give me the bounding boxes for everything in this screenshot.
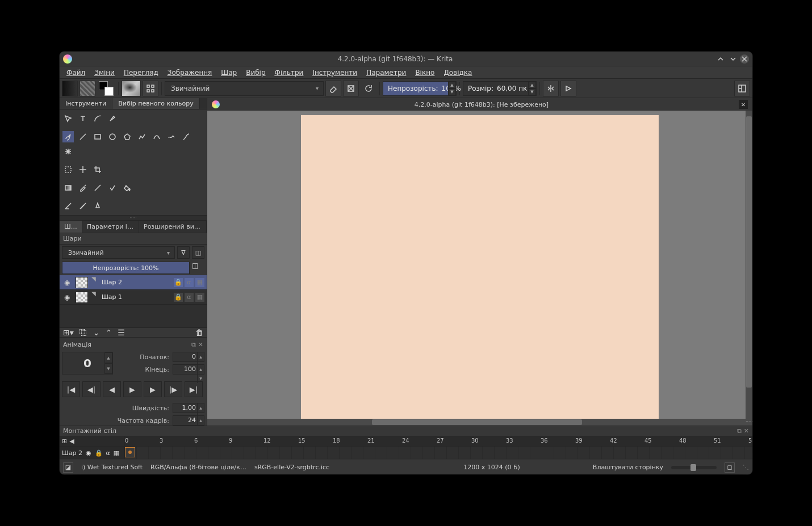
subtab-layers-short[interactable]: Ша… (60, 221, 82, 233)
selection-mode-icon[interactable]: ◪ (63, 462, 73, 473)
dock-resize-handle[interactable]: ····· (60, 215, 207, 221)
anim-close-icon[interactable]: ✕ (198, 341, 203, 348)
tool-color-picker[interactable] (77, 182, 89, 193)
tool-freehand-path[interactable] (166, 131, 177, 142)
track-onion-icon[interactable]: ▦ (114, 449, 119, 457)
vertical-scrollbar[interactable] (746, 111, 752, 419)
layer-row[interactable]: ◉ ◥ Шар 1 🔒 α ▦ (60, 290, 207, 305)
menu-image[interactable]: Зображення (163, 68, 217, 78)
subtab-advanced-color[interactable]: Розширений вибір ко… (139, 221, 207, 233)
tool-reference[interactable] (92, 200, 103, 212)
menu-tools[interactable]: Інструменти (308, 68, 362, 78)
alpha-icon[interactable]: α (185, 293, 194, 302)
tool-text[interactable] (77, 113, 89, 124)
color-swatch[interactable] (98, 81, 114, 96)
timeline-ruler[interactable]: ⊞ ◀ 0369121518212427303336394245485154 (60, 436, 752, 447)
track-alpha-icon[interactable]: α (106, 449, 110, 457)
move-layer-up-button[interactable]: ⌃ (106, 328, 112, 337)
lock-icon[interactable]: 🔒 (174, 278, 183, 287)
tool-bezier[interactable] (151, 131, 162, 142)
alpha-icon[interactable]: α (185, 278, 194, 287)
alpha-lock-button[interactable] (343, 81, 359, 96)
eraser-mode-button[interactable] (325, 81, 341, 96)
resize-grip-icon[interactable]: ⋱ (743, 464, 749, 471)
tool-ellipse[interactable] (107, 131, 118, 142)
zoom-label[interactable]: Влаштувати сторінку (593, 464, 663, 471)
dock-tab-tools[interactable]: Інструменти (60, 98, 112, 109)
play-button[interactable]: ▶ (123, 381, 141, 397)
reload-preset-button[interactable] (361, 81, 376, 96)
zoom-slider[interactable] (671, 466, 717, 469)
tool-crop[interactable] (92, 164, 103, 175)
layer-name[interactable]: Шар 2 (102, 279, 170, 286)
mirror-horizontal-button[interactable] (543, 81, 559, 96)
tool-polyline[interactable] (136, 131, 148, 142)
anim-float-icon[interactable]: ⧉ (191, 341, 196, 348)
canvas-document[interactable] (301, 115, 659, 422)
timeline-add-button[interactable]: ⊞ (62, 437, 67, 445)
menu-window[interactable]: Вікно (411, 68, 439, 78)
subtab-tool-options[interactable]: Параметри інстру… (82, 221, 139, 233)
maximize-button[interactable] (727, 53, 739, 65)
inherit-alpha-icon[interactable]: ▦ (195, 278, 204, 287)
timeline-float-icon[interactable]: ⧉ (737, 427, 742, 435)
timeline-play-button[interactable]: ◀ (69, 437, 74, 445)
menu-filters[interactable]: Фільтри (270, 68, 308, 78)
delete-layer-button[interactable]: 🗑 (195, 328, 203, 337)
layer-row[interactable]: ◉ ◥ Шар 2 🔒 α ▦ (60, 275, 207, 290)
menu-layer[interactable]: Шар (216, 68, 241, 78)
track-lock-icon[interactable]: 🔒 (95, 449, 103, 457)
resize-grip[interactable]: ····· (746, 419, 752, 426)
visibility-icon[interactable]: ◉ (62, 279, 72, 287)
tool-move[interactable] (62, 164, 74, 175)
frame-counter[interactable]: 0 ▲▼ (62, 352, 113, 374)
layer-settings-button[interactable]: ☰ (118, 328, 125, 337)
layer-name[interactable]: Шар 1 (102, 293, 170, 301)
tool-assistant[interactable] (62, 200, 74, 212)
horizontal-scrollbar[interactable] (207, 419, 746, 426)
goto-start-button[interactable]: |◀ (62, 381, 80, 397)
blend-mode-combo[interactable]: Звичайний▾ (165, 81, 324, 96)
tool-rectangle[interactable] (92, 131, 103, 142)
tool-edit-shapes[interactable] (92, 113, 103, 124)
tool-measure[interactable] (77, 200, 89, 212)
tool-calligraphy[interactable] (107, 113, 118, 124)
layer-props-button[interactable]: ◫ (192, 246, 204, 259)
tool-transform2[interactable] (77, 164, 89, 175)
pattern-preset-button[interactable] (79, 81, 95, 96)
menu-edit[interactable]: Зміни (90, 68, 119, 78)
close-button[interactable] (740, 54, 749, 64)
timeline-cells[interactable] (125, 447, 752, 459)
lock-icon[interactable]: 🔒 (174, 293, 183, 302)
track-visibility-icon[interactable]: ◉ (86, 449, 91, 457)
goto-end-button[interactable]: ▶| (185, 381, 203, 397)
tool-pattern-edit[interactable] (92, 182, 103, 193)
tool-gradient[interactable] (62, 182, 74, 193)
menu-file[interactable]: Файл (62, 68, 90, 78)
tool-multibrush[interactable] (62, 146, 74, 157)
tool-dynamic-brush[interactable] (181, 131, 192, 142)
mirror-vertical-button[interactable] (560, 81, 576, 96)
visibility-icon[interactable]: ◉ (62, 293, 72, 301)
move-layer-down-button[interactable]: ⌄ (93, 328, 100, 337)
tool-transform[interactable] (62, 113, 74, 124)
brush-preset-button[interactable] (122, 81, 141, 96)
tool-polygon[interactable] (122, 131, 133, 142)
timeline-track-label[interactable]: Шар 2 ◉ 🔒 α ▦ (60, 447, 125, 459)
document-close-button[interactable]: ✕ (739, 100, 748, 109)
duplicate-layer-button[interactable]: ⿻ (79, 328, 87, 337)
dock-tab-color[interactable]: Вибір певного кольору (112, 98, 200, 109)
menu-help[interactable]: Довідка (439, 68, 476, 78)
tool-line[interactable] (77, 131, 89, 142)
layer-blend-combo[interactable]: Звичайний▾ (62, 246, 175, 259)
add-layer-button[interactable]: ⊞▾ (63, 328, 74, 337)
timeline-close-icon[interactable]: ✕ (744, 427, 749, 435)
prev-keyframe-button[interactable]: ◀| (82, 381, 101, 397)
zoom-fit-button[interactable]: ◻ (725, 462, 735, 473)
menu-select[interactable]: Вибір (241, 68, 270, 78)
viewport[interactable]: ····· (207, 111, 752, 426)
brush-settings-button[interactable] (143, 81, 158, 96)
menu-view[interactable]: Перегляд (119, 68, 163, 78)
layer-opacity-slider[interactable]: Непрозорість: 100% (62, 262, 190, 274)
keyframe[interactable] (125, 447, 135, 457)
